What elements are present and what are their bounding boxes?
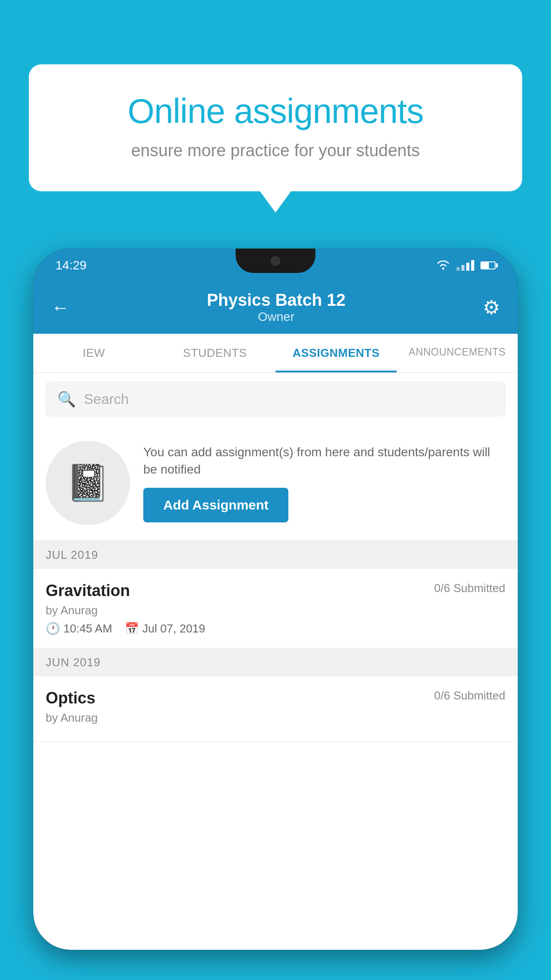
phone-notch: [236, 249, 315, 273]
header-title-block: Physics Batch 12 Owner: [70, 291, 483, 324]
assignment-name: Gravitation: [46, 581, 130, 600]
speech-bubble: Online assignments ensure more practice …: [29, 64, 522, 191]
promo-icon-circle: 📓: [46, 441, 130, 525]
status-bar: 14:29: [33, 249, 518, 282]
battery-icon: [480, 261, 496, 269]
tab-iew[interactable]: IEW: [33, 334, 154, 372]
submitted-count-optics: 0/6 Submitted: [434, 689, 505, 703]
search-bar[interactable]: 🔍 Search: [46, 382, 505, 416]
search-icon: 🔍: [57, 390, 76, 408]
calendar-icon: 📅: [125, 622, 139, 636]
wifi-icon: [436, 260, 450, 271]
tab-students[interactable]: STUDENTS: [154, 334, 276, 372]
assignment-top-row-optics: Optics 0/6 Submitted: [46, 689, 505, 707]
assignment-top-row: Gravitation 0/6 Submitted: [46, 581, 505, 600]
assignment-name-optics: Optics: [46, 689, 95, 707]
add-assignment-button[interactable]: Add Assignment: [143, 488, 288, 522]
assignment-time: 10:45 AM: [63, 622, 112, 636]
meta-time: 🕐 10:45 AM: [46, 622, 112, 636]
status-time: 14:29: [55, 258, 87, 273]
signal-icon: [457, 260, 474, 271]
promo-block: 📓 You can add assignment(s) from here an…: [33, 425, 518, 541]
tabs-bar: IEW STUDENTS ASSIGNMENTS ANNOUNCEMENTS: [33, 334, 518, 373]
assignment-meta: 🕐 10:45 AM 📅 Jul 07, 2019: [46, 622, 505, 636]
front-camera: [271, 256, 280, 266]
promo-text-block: You can add assignment(s) from here and …: [143, 443, 505, 522]
search-placeholder: Search: [84, 391, 129, 407]
submitted-count: 0/6 Submitted: [434, 581, 505, 595]
settings-icon[interactable]: ⚙: [483, 296, 500, 319]
status-icons: [436, 260, 496, 271]
app-header: ← Physics Batch 12 Owner ⚙: [33, 282, 518, 334]
notebook-icon: 📓: [66, 462, 110, 504]
meta-date: 📅 Jul 07, 2019: [125, 622, 205, 636]
search-container: 🔍 Search: [33, 373, 518, 425]
screen-content: 🔍 Search 📓 You can add assignment(s) fro…: [33, 373, 518, 950]
speech-bubble-container: Online assignments ensure more practice …: [29, 64, 522, 191]
speech-bubble-subtitle: ensure more practice for your students: [60, 141, 491, 160]
phone: 14:29: [33, 249, 518, 950]
clock-icon: 🕐: [46, 622, 60, 636]
assignment-item-gravitation[interactable]: Gravitation 0/6 Submitted by Anurag 🕐 10…: [33, 569, 518, 648]
section-header-jul: JUL 2019: [33, 541, 518, 569]
back-button[interactable]: ←: [51, 297, 70, 318]
tab-assignments[interactable]: ASSIGNMENTS: [276, 334, 397, 372]
assignment-date: Jul 07, 2019: [142, 622, 205, 636]
header-title: Physics Batch 12: [70, 291, 483, 310]
speech-bubble-title: Online assignments: [60, 91, 491, 131]
promo-description: You can add assignment(s) from here and …: [143, 443, 505, 478]
svg-point-0: [442, 267, 445, 269]
assignment-item-optics[interactable]: Optics 0/6 Submitted by Anurag: [33, 676, 518, 742]
header-subtitle: Owner: [70, 310, 483, 324]
assignment-by-optics: by Anurag: [46, 711, 505, 725]
phone-container: 14:29: [33, 249, 518, 980]
tab-announcements[interactable]: ANNOUNCEMENTS: [397, 334, 518, 372]
section-header-jun: JUN 2019: [33, 648, 518, 676]
assignment-by: by Anurag: [46, 604, 505, 617]
